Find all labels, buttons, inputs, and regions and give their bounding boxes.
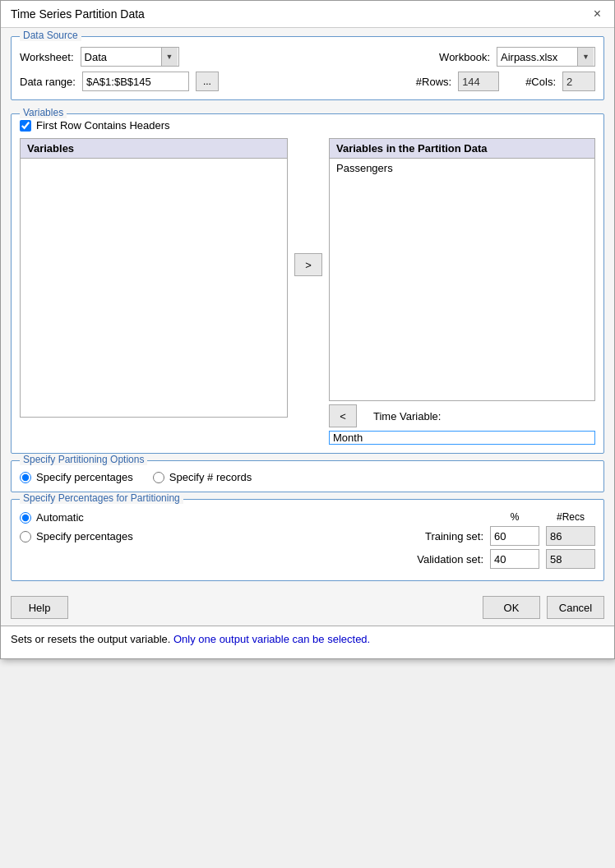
percentages-layout: Automatic Specify percentages % #Recs Tr… (20, 511, 595, 572)
validation-label: Validation set: (164, 553, 483, 566)
validation-recs-input: 58 (546, 549, 595, 569)
automatic-option: Automatic (20, 511, 151, 524)
pct-col-header: % (490, 511, 539, 523)
specify-percentages-radio-label: Specify percentages (36, 471, 133, 483)
status-bar: Sets or resets the output variable. Only… (1, 626, 614, 658)
partition-list-header: Variables in the Partition Data (330, 139, 594, 159)
automatic-radio-label: Automatic (36, 511, 84, 524)
workbook-select-wrapper: Airpass.xlsx ▼ (497, 47, 595, 67)
variables-layout: Variables > Variables in the Partition D… (20, 138, 595, 445)
specify-pct-radio-label: Specify percentages (36, 530, 133, 542)
specify-percentages-group: Specify Percentages for Partitioning Aut… (11, 499, 604, 581)
cols-label: #Cols: (525, 76, 556, 88)
partitioning-options-group: Specify Partitioning Options Specify per… (11, 460, 604, 492)
specify-percentages-title: Specify Percentages for Partitioning (20, 492, 183, 504)
percentages-right: % #Recs Training set: 60 86 Validation s… (164, 511, 595, 572)
help-button[interactable]: Help (11, 596, 68, 619)
status-text-plain: Sets or resets the output variable. (11, 633, 173, 645)
automatic-radio[interactable] (20, 512, 31, 524)
specify-pct-option: Specify percentages (20, 530, 151, 542)
partitioning-options-title: Specify Partitioning Options (20, 454, 147, 465)
partition-list-body[interactable]: Passengers (330, 159, 594, 389)
bottom-bar: Help OK Cancel (1, 589, 614, 626)
time-variable-label: Time Variable: (373, 410, 441, 422)
first-row-label: First Row Contains Headers (36, 119, 170, 132)
specify-percentages-option: Specify percentages (20, 471, 133, 483)
ellipsis-button[interactable]: ... (196, 72, 219, 91)
worksheet-row: Worksheet: Data ▼ Workbook: Airpass.xlsx… (20, 47, 595, 67)
variables-list-header: Variables (21, 139, 287, 159)
status-text-blue: Only one output variable can be selected… (173, 633, 370, 645)
data-range-row: Data range: $A$1:$B$145 ... #Rows: 144 #… (20, 72, 595, 91)
recs-col-header: #Recs (546, 511, 595, 523)
first-row-checkbox[interactable] (20, 120, 31, 132)
training-pct-input[interactable]: 60 (490, 526, 539, 546)
first-row-header-row: First Row Contains Headers (20, 119, 595, 132)
validation-row: Validation set: 40 58 (164, 549, 595, 569)
right-vars-container: Variables in the Partition Data Passenge… (329, 138, 595, 445)
worksheet-select[interactable]: Data (81, 47, 179, 67)
forward-arrow-button[interactable]: > (294, 253, 322, 276)
worksheet-label: Worksheet: (20, 51, 74, 63)
title-bar: Time Series Partition Data × (1, 1, 614, 28)
workbook-select[interactable]: Airpass.xlsx (497, 47, 595, 67)
validation-pct-input[interactable]: 40 (490, 549, 539, 569)
back-arrow-button[interactable]: < (329, 404, 357, 427)
time-variable-input[interactable]: Month (329, 431, 595, 445)
specify-pct-radio[interactable] (20, 531, 31, 542)
partitioning-options-radio-group: Specify percentages Specify # records (20, 471, 595, 483)
specify-records-radio-label: Specify # records (169, 471, 252, 483)
variables-group: Variables First Row Contains Headers Var… (11, 113, 604, 454)
variables-list-body[interactable] (21, 159, 287, 405)
variables-list: Variables (20, 138, 288, 418)
data-source-title: Data Source (20, 30, 81, 41)
rows-input: 144 (458, 72, 499, 91)
arrow-buttons-container: > (294, 138, 322, 276)
bottom-arrow-row: < Time Variable: (329, 404, 595, 427)
worksheet-select-wrapper: Data ▼ (81, 47, 179, 67)
close-button[interactable]: × (590, 7, 604, 21)
cols-input: 2 (562, 72, 595, 91)
specify-records-option: Specify # records (153, 471, 252, 483)
partition-list-item[interactable]: Passengers (331, 160, 593, 176)
specify-percentages-radio[interactable] (20, 472, 31, 483)
variables-title: Variables (20, 107, 67, 118)
dialog-title: Time Series Partition Data (11, 7, 145, 21)
training-row: Training set: 60 86 (164, 526, 595, 546)
workbook-label: Workbook: (439, 51, 490, 63)
content-area: Data Source Worksheet: Data ▼ Workbook: … (1, 28, 614, 589)
ok-cancel-group: OK Cancel (483, 596, 604, 619)
data-range-input[interactable]: $A$1:$B$145 (82, 72, 189, 91)
ok-button[interactable]: OK (483, 596, 540, 619)
cancel-button[interactable]: Cancel (547, 596, 604, 619)
training-label: Training set: (164, 530, 483, 542)
dialog-window: Time Series Partition Data × Data Source… (0, 0, 615, 659)
data-source-group: Data Source Worksheet: Data ▼ Workbook: … (11, 36, 604, 100)
partition-variables-list: Variables in the Partition Data Passenge… (329, 138, 595, 401)
data-range-label: Data range: (20, 76, 76, 88)
specify-records-radio[interactable] (153, 472, 164, 483)
rows-label: #Rows: (416, 76, 451, 88)
training-recs-input: 86 (546, 526, 595, 546)
percentages-left: Automatic Specify percentages (20, 511, 151, 542)
pct-header-row: % #Recs (164, 511, 595, 523)
